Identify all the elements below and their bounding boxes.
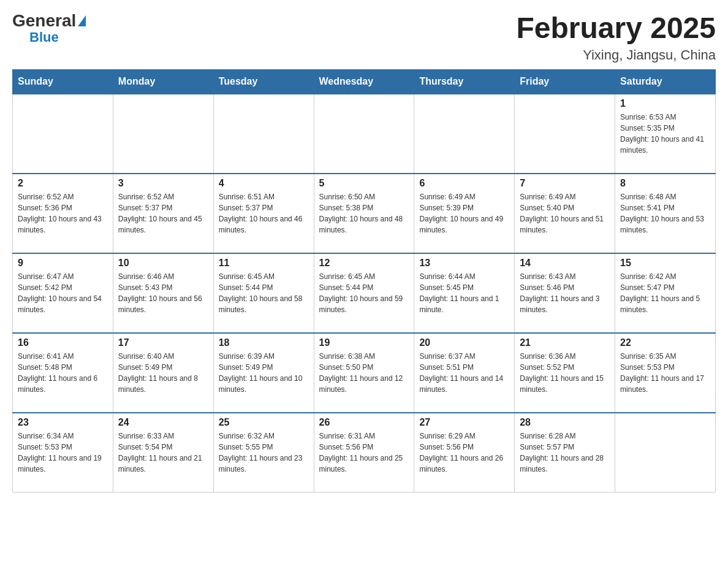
day-info: Sunrise: 6:49 AM Sunset: 5:40 PM Dayligh… [520,191,610,236]
calendar-cell: 11Sunrise: 6:45 AM Sunset: 5:44 PM Dayli… [213,253,314,333]
day-info: Sunrise: 6:43 AM Sunset: 5:46 PM Dayligh… [520,271,610,315]
day-number: 17 [118,337,208,348]
calendar-cell: 12Sunrise: 6:45 AM Sunset: 5:44 PM Dayli… [314,253,414,333]
day-info: Sunrise: 6:41 AM Sunset: 5:48 PM Dayligh… [18,351,108,395]
week-row-3: 9Sunrise: 6:47 AM Sunset: 5:42 PM Daylig… [13,253,716,333]
calendar-cell [414,94,515,174]
day-info: Sunrise: 6:39 AM Sunset: 5:49 PM Dayligh… [219,351,309,395]
day-info: Sunrise: 6:32 AM Sunset: 5:55 PM Dayligh… [219,431,309,475]
day-number: 15 [620,258,710,269]
day-info: Sunrise: 6:36 AM Sunset: 5:52 PM Dayligh… [520,351,610,395]
day-number: 27 [419,417,509,428]
calendar-cell: 17Sunrise: 6:40 AM Sunset: 5:49 PM Dayli… [113,333,213,413]
calendar-cell: 10Sunrise: 6:46 AM Sunset: 5:43 PM Dayli… [113,253,213,333]
day-number: 10 [118,258,208,269]
calendar-cell: 24Sunrise: 6:33 AM Sunset: 5:54 PM Dayli… [113,413,213,492]
day-number: 22 [620,337,710,348]
calendar-cell: 8Sunrise: 6:48 AM Sunset: 5:41 PM Daylig… [615,174,716,253]
location-text: Yixing, Jiangsu, China [516,47,716,63]
calendar-cell [13,94,113,174]
day-number: 21 [520,337,610,348]
day-info: Sunrise: 6:47 AM Sunset: 5:42 PM Dayligh… [18,271,108,315]
calendar-table: SundayMondayTuesdayWednesdayThursdayFrid… [12,69,716,493]
day-number: 9 [18,258,108,269]
calendar-cell: 26Sunrise: 6:31 AM Sunset: 5:56 PM Dayli… [314,413,414,492]
day-info: Sunrise: 6:33 AM Sunset: 5:54 PM Dayligh… [118,431,208,475]
calendar-cell: 9Sunrise: 6:47 AM Sunset: 5:42 PM Daylig… [13,253,113,333]
day-number: 12 [319,258,409,269]
calendar-cell: 2Sunrise: 6:52 AM Sunset: 5:36 PM Daylig… [13,174,113,253]
day-info: Sunrise: 6:45 AM Sunset: 5:44 PM Dayligh… [219,271,309,315]
day-number: 19 [319,337,409,348]
logo-blue-text: Blue [29,29,59,45]
day-info: Sunrise: 6:44 AM Sunset: 5:45 PM Dayligh… [419,271,509,315]
calendar-cell: 22Sunrise: 6:35 AM Sunset: 5:53 PM Dayli… [615,333,716,413]
day-number: 24 [118,417,208,428]
calendar-cell: 28Sunrise: 6:28 AM Sunset: 5:57 PM Dayli… [515,413,615,492]
calendar-cell [314,94,414,174]
calendar-cell: 23Sunrise: 6:34 AM Sunset: 5:53 PM Dayli… [13,413,113,492]
calendar-cell: 16Sunrise: 6:41 AM Sunset: 5:48 PM Dayli… [13,333,113,413]
day-number: 1 [620,98,710,109]
weekday-header-sunday: Sunday [13,69,113,94]
day-number: 6 [419,178,509,189]
day-info: Sunrise: 6:38 AM Sunset: 5:50 PM Dayligh… [319,351,409,395]
day-number: 23 [18,417,108,428]
day-number: 5 [319,178,409,189]
calendar-cell: 1Sunrise: 6:53 AM Sunset: 5:35 PM Daylig… [615,94,716,174]
calendar-cell: 15Sunrise: 6:42 AM Sunset: 5:47 PM Dayli… [615,253,716,333]
calendar-cell: 18Sunrise: 6:39 AM Sunset: 5:49 PM Dayli… [213,333,314,413]
calendar-cell: 13Sunrise: 6:44 AM Sunset: 5:45 PM Dayli… [414,253,515,333]
logo: General Blue [12,12,86,45]
weekday-header-wednesday: Wednesday [314,69,414,94]
day-number: 3 [118,178,208,189]
day-info: Sunrise: 6:51 AM Sunset: 5:37 PM Dayligh… [219,191,309,236]
calendar-cell: 3Sunrise: 6:52 AM Sunset: 5:37 PM Daylig… [113,174,213,253]
calendar-cell: 19Sunrise: 6:38 AM Sunset: 5:50 PM Dayli… [314,333,414,413]
day-info: Sunrise: 6:40 AM Sunset: 5:49 PM Dayligh… [118,351,208,395]
calendar-cell: 20Sunrise: 6:37 AM Sunset: 5:51 PM Dayli… [414,333,515,413]
logo-general-text: General [12,12,76,29]
weekday-header-tuesday: Tuesday [213,69,314,94]
calendar-cell [213,94,314,174]
weekday-header-thursday: Thursday [414,69,515,94]
weekday-header-row: SundayMondayTuesdayWednesdayThursdayFrid… [13,69,716,94]
day-info: Sunrise: 6:37 AM Sunset: 5:51 PM Dayligh… [419,351,509,395]
day-number: 11 [219,258,309,269]
day-number: 4 [219,178,309,189]
calendar-cell: 14Sunrise: 6:43 AM Sunset: 5:46 PM Dayli… [515,253,615,333]
day-number: 28 [520,417,610,428]
logo-triangle-icon [78,15,86,26]
day-info: Sunrise: 6:35 AM Sunset: 5:53 PM Dayligh… [620,351,710,395]
calendar-cell: 21Sunrise: 6:36 AM Sunset: 5:52 PM Dayli… [515,333,615,413]
day-info: Sunrise: 6:52 AM Sunset: 5:36 PM Dayligh… [18,191,108,236]
day-number: 25 [219,417,309,428]
day-number: 20 [419,337,509,348]
day-number: 2 [18,178,108,189]
day-info: Sunrise: 6:31 AM Sunset: 5:56 PM Dayligh… [319,431,409,475]
weekday-header-friday: Friday [515,69,615,94]
week-row-2: 2Sunrise: 6:52 AM Sunset: 5:36 PM Daylig… [13,174,716,253]
day-number: 26 [319,417,409,428]
day-number: 14 [520,258,610,269]
weekday-header-saturday: Saturday [615,69,716,94]
calendar-cell [515,94,615,174]
weekday-header-monday: Monday [113,69,213,94]
day-number: 8 [620,178,710,189]
calendar-cell: 27Sunrise: 6:29 AM Sunset: 5:56 PM Dayli… [414,413,515,492]
day-info: Sunrise: 6:42 AM Sunset: 5:47 PM Dayligh… [620,271,710,315]
calendar-cell: 4Sunrise: 6:51 AM Sunset: 5:37 PM Daylig… [213,174,314,253]
day-info: Sunrise: 6:28 AM Sunset: 5:57 PM Dayligh… [520,431,610,475]
day-info: Sunrise: 6:48 AM Sunset: 5:41 PM Dayligh… [620,191,710,236]
day-info: Sunrise: 6:46 AM Sunset: 5:43 PM Dayligh… [118,271,208,315]
day-info: Sunrise: 6:45 AM Sunset: 5:44 PM Dayligh… [319,271,409,315]
title-block: February 2025 Yixing, Jiangsu, China [516,12,716,63]
calendar-cell: 6Sunrise: 6:49 AM Sunset: 5:39 PM Daylig… [414,174,515,253]
week-row-5: 23Sunrise: 6:34 AM Sunset: 5:53 PM Dayli… [13,413,716,492]
calendar-cell: 5Sunrise: 6:50 AM Sunset: 5:38 PM Daylig… [314,174,414,253]
calendar-cell [615,413,716,492]
day-info: Sunrise: 6:53 AM Sunset: 5:35 PM Dayligh… [620,112,710,156]
week-row-1: 1Sunrise: 6:53 AM Sunset: 5:35 PM Daylig… [13,94,716,174]
day-info: Sunrise: 6:49 AM Sunset: 5:39 PM Dayligh… [419,191,509,236]
month-title: February 2025 [516,12,716,45]
